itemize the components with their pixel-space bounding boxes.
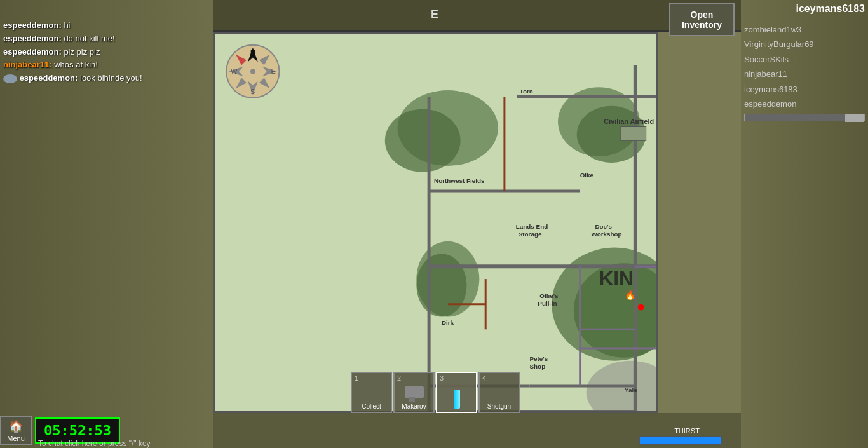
hotbar-slot-2[interactable]: 2 Makarov <box>393 372 435 413</box>
player-list-item[interactable]: espeeddemon <box>744 97 865 111</box>
svg-marker-80 <box>259 78 270 88</box>
svg-point-1 <box>398 90 498 166</box>
svg-text:S: S <box>250 88 255 95</box>
thirst-label: THIRST <box>639 427 735 435</box>
player-list-item[interactable]: iceymans6183 <box>744 82 865 97</box>
hotbar-slot-1[interactable]: 1 Collect <box>351 372 392 413</box>
svg-marker-77 <box>236 55 247 65</box>
game-world: E <box>0 0 868 448</box>
svg-marker-75 <box>229 66 243 76</box>
svg-text:E: E <box>271 67 276 75</box>
svg-text:Storage: Storage <box>519 231 542 238</box>
svg-text:Workshop: Workshop <box>592 231 622 238</box>
makarov-icon <box>403 381 425 403</box>
svg-text:Doc's: Doc's <box>595 223 612 230</box>
svg-point-8 <box>552 248 656 361</box>
chat-hint[interactable]: To chat click here or press "/" key <box>38 439 151 448</box>
svg-text:Ollie's: Ollie's <box>539 292 559 299</box>
hotbar: 1 Collect 2 Makarov 3 4 Shotgun <box>213 372 658 413</box>
player-name: iceymans6183 <box>796 3 865 15</box>
player-list: zombieland1w3 VirginityBurgular69 Soccer… <box>744 22 865 121</box>
svg-rect-40 <box>621 127 646 141</box>
svg-text:Olke: Olke <box>580 172 594 179</box>
svg-text:Northwest Fields: Northwest Fields <box>434 177 485 184</box>
menu-button[interactable]: 🏠 Menu <box>0 416 32 445</box>
shotgun-blue-icon <box>445 388 468 410</box>
chat-message-2: espeeddemon: do not kill me! <box>3 32 207 46</box>
chat-message-1: espeeddemon: hi <box>3 19 207 32</box>
hotbar-slot-4[interactable]: 4 Shotgun <box>478 372 520 413</box>
svg-marker-76 <box>262 66 277 76</box>
hotbar-slot-3[interactable]: 3 <box>436 372 477 413</box>
svg-marker-74 <box>248 81 258 95</box>
map-container[interactable]: Civilian Airfield KIN HARK Northwest Fie… <box>213 32 658 413</box>
player-list-item[interactable]: zombieland1w3 <box>744 22 865 37</box>
svg-point-10 <box>416 241 479 317</box>
player-list-item[interactable]: VirginityBurgular69 <box>744 37 865 51</box>
svg-point-72 <box>226 45 279 98</box>
svg-point-11 <box>416 254 466 317</box>
svg-point-3 <box>558 87 640 156</box>
player-list-item[interactable]: ninjabear11 <box>744 67 865 81</box>
menu-house-icon: 🏠 <box>9 419 23 433</box>
chat-panel: espeeddemon: hi espeeddemon: do not kill… <box>3 19 207 85</box>
chat-message-5: espeeddemon: look bihinde you! <box>3 72 207 85</box>
player-list-item[interactable]: SoccerSKils <box>744 52 865 67</box>
chat-message-3: espeeddemon: plz plz plz <box>3 46 207 59</box>
svg-text:🔥: 🔥 <box>625 290 636 301</box>
svg-marker-79 <box>236 78 247 88</box>
chat-icon <box>3 74 17 83</box>
svg-point-70 <box>638 304 644 311</box>
svg-point-4 <box>577 106 646 163</box>
svg-text:W: W <box>231 67 238 75</box>
svg-point-9 <box>574 263 656 357</box>
svg-text:Torn: Torn <box>520 88 533 95</box>
svg-text:N: N <box>250 49 255 57</box>
svg-text:Lands End: Lands End <box>516 223 548 230</box>
player-list-scrollbar[interactable] <box>744 114 865 121</box>
svg-text:Shop: Shop <box>530 363 546 370</box>
svg-text:KIN: KIN <box>599 267 634 290</box>
open-inventory-button[interactable]: Open Inventory <box>669 3 735 36</box>
svg-text:Dirk: Dirk <box>442 319 454 326</box>
scroll-thumb <box>845 114 864 122</box>
e-label: E <box>213 8 658 21</box>
svg-text:Civilian Airfield: Civilian Airfield <box>604 118 654 125</box>
thirst-bar <box>639 436 722 445</box>
chat-message-4: ninjabear11: whos at kin! <box>3 58 207 72</box>
svg-text:Pete's: Pete's <box>530 355 548 362</box>
thirst-bar-container: THIRST <box>639 427 735 445</box>
svg-text:Pull-in: Pull-in <box>538 300 557 307</box>
svg-point-81 <box>250 69 255 74</box>
svg-marker-78 <box>259 55 270 65</box>
svg-point-2 <box>385 109 461 172</box>
svg-rect-0 <box>215 34 656 411</box>
svg-marker-73 <box>248 48 258 62</box>
